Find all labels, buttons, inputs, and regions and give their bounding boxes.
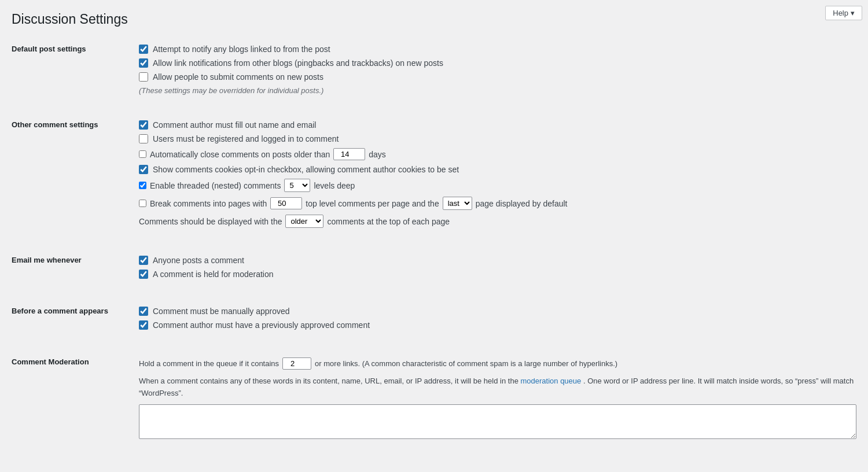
attempt-notify-checkbox[interactable] — [139, 45, 148, 54]
before-comment-appears-content: Comment must be manually approved Commen… — [139, 301, 856, 340]
break-label-middle: top level comments per page and the — [306, 199, 439, 208]
anyone-posts-label[interactable]: Anyone posts a comment — [139, 256, 244, 265]
moderation-words-textarea[interactable] — [139, 404, 856, 439]
other-comment-settings-row: Other comment settings Comment author mu… — [12, 115, 856, 238]
attempt-notify-text: Attempt to notify any blogs linked to fr… — [153, 45, 330, 54]
display-order-select[interactable]: older newer — [285, 215, 323, 228]
allow-comments-checkbox[interactable] — [139, 72, 148, 82]
allow-link-notifications-text: Allow link notifications from other blog… — [153, 58, 443, 68]
previously-approved-label[interactable]: Comment author must have a previously ap… — [139, 320, 370, 330]
attempt-notify-row: Attempt to notify any blogs linked to fr… — [139, 45, 856, 54]
display-order-row: Comments should be displayed with the ol… — [139, 215, 856, 228]
author-name-email-row: Comment author must fill out name and em… — [139, 120, 856, 130]
registered-logged-in-row: Users must be registered and logged in t… — [139, 134, 856, 143]
hold-links-input[interactable] — [282, 357, 311, 370]
comment-moderation-row: Comment Moderation Hold a comment in the… — [12, 352, 856, 447]
held-moderation-label[interactable]: A comment is held for moderation — [139, 270, 274, 279]
moderation-words-note: When a comment contains any of these wor… — [139, 375, 856, 400]
before-comment-appears-label: Before a comment appears — [12, 301, 139, 340]
email-whenever-content: Anyone posts a comment A comment is held… — [139, 250, 856, 289]
anyone-posts-text: Anyone posts a comment — [153, 256, 244, 265]
hold-label-before: Hold a comment in the queue if it contai… — [139, 359, 279, 368]
moderation-queue-link[interactable]: moderation queue — [520, 377, 581, 385]
hold-label-after: or more links. (A common characteristic … — [315, 359, 617, 368]
cookies-checkbox[interactable] — [139, 165, 148, 174]
break-comments-row: Break comments into pages with top level… — [139, 197, 856, 210]
attempt-notify-label[interactable]: Attempt to notify any blogs linked to fr… — [139, 45, 330, 54]
email-whenever-row: Email me whenever Anyone posts a comment… — [12, 250, 856, 289]
held-moderation-text: A comment is held for moderation — [153, 270, 274, 279]
author-name-email-label[interactable]: Comment author must fill out name and em… — [139, 120, 316, 130]
registered-logged-in-label[interactable]: Users must be registered and logged in t… — [139, 134, 339, 143]
cookies-row: Show comments cookies opt-in checkbox, a… — [139, 165, 856, 174]
auto-close-label-before: Automatically close comments on posts ol… — [150, 150, 330, 159]
held-moderation-row: A comment is held for moderation — [139, 270, 856, 279]
previously-approved-checkbox[interactable] — [139, 320, 148, 330]
break-last-select[interactable]: last first — [443, 197, 472, 210]
break-comments-input[interactable] — [270, 197, 302, 209]
auto-close-label-after: days — [369, 150, 386, 159]
comment-moderation-label: Comment Moderation — [12, 352, 139, 447]
settings-table: Default post settings Attempt to notify … — [12, 39, 856, 447]
break-label-after: page displayed by default — [476, 199, 568, 208]
previously-approved-row: Comment author must have a previously ap… — [139, 320, 856, 330]
display-label-before: Comments should be displayed with the — [139, 217, 282, 226]
allow-comments-label[interactable]: Allow people to submit comments on new p… — [139, 72, 323, 82]
threaded-label-before: Enable threaded (nested) comments — [150, 181, 281, 190]
author-name-email-text: Comment author must fill out name and em… — [153, 120, 316, 130]
help-chevron-icon: ▾ — [851, 9, 855, 17]
default-post-settings-label: Default post settings — [12, 39, 139, 103]
anyone-posts-checkbox[interactable] — [139, 256, 148, 265]
manually-approved-label[interactable]: Comment must be manually approved — [139, 307, 290, 316]
page-wrapper: Help ▾ Discussion Settings Default post … — [0, 0, 868, 472]
auto-close-days-input[interactable] — [333, 148, 365, 160]
held-moderation-checkbox[interactable] — [139, 270, 148, 279]
anyone-posts-row: Anyone posts a comment — [139, 256, 856, 265]
email-whenever-label: Email me whenever — [12, 250, 139, 289]
cookies-text: Show comments cookies opt-in checkbox, a… — [153, 165, 459, 174]
before-comment-appears-row: Before a comment appears Comment must be… — [12, 301, 856, 340]
threaded-comments-select[interactable]: 5 2 3 4 6 7 8 9 10 — [284, 179, 310, 192]
allow-comments-text: Allow people to submit comments on new p… — [153, 72, 323, 82]
page-title: Discussion Settings — [12, 12, 856, 27]
threaded-label-after: levels deep — [314, 181, 355, 190]
default-post-settings-content: Attempt to notify any blogs linked to fr… — [139, 39, 856, 103]
help-button[interactable]: Help ▾ — [825, 6, 862, 20]
comment-moderation-content: Hold a comment in the queue if it contai… — [139, 352, 856, 447]
previously-approved-text: Comment author must have a previously ap… — [153, 320, 370, 330]
auto-close-row: Automatically close comments on posts ol… — [139, 148, 856, 160]
allow-link-notifications-checkbox[interactable] — [139, 58, 148, 68]
manually-approved-text: Comment must be manually approved — [153, 307, 290, 316]
auto-close-checkbox[interactable] — [139, 150, 146, 158]
allow-link-notifications-label[interactable]: Allow link notifications from other blog… — [139, 58, 443, 68]
author-name-email-checkbox[interactable] — [139, 120, 148, 130]
registered-logged-in-checkbox[interactable] — [139, 134, 148, 143]
allow-link-notifications-row: Allow link notifications from other blog… — [139, 58, 856, 68]
other-comment-settings-label: Other comment settings — [12, 115, 139, 238]
hold-queue-row: Hold a comment in the queue if it contai… — [139, 357, 856, 370]
break-comments-checkbox[interactable] — [139, 200, 146, 207]
other-comment-settings-content: Comment author must fill out name and em… — [139, 115, 856, 238]
registered-logged-in-text: Users must be registered and logged in t… — [153, 134, 339, 143]
manually-approved-checkbox[interactable] — [139, 307, 148, 316]
default-post-settings-note: (These settings may be overridden for in… — [139, 86, 856, 95]
display-label-after: comments at the top of each page — [327, 217, 450, 226]
break-label-before: Break comments into pages with — [150, 199, 267, 208]
threaded-comments-checkbox[interactable] — [139, 182, 146, 189]
cookies-label[interactable]: Show comments cookies opt-in checkbox, a… — [139, 165, 459, 174]
help-button-label: Help — [833, 9, 848, 17]
manually-approved-row: Comment must be manually approved — [139, 307, 856, 316]
words-note-before: When a comment contains any of these wor… — [139, 377, 518, 385]
threaded-comments-row: Enable threaded (nested) comments 5 2 3 … — [139, 179, 856, 192]
default-post-settings-row: Default post settings Attempt to notify … — [12, 39, 856, 103]
allow-comments-row: Allow people to submit comments on new p… — [139, 72, 856, 82]
